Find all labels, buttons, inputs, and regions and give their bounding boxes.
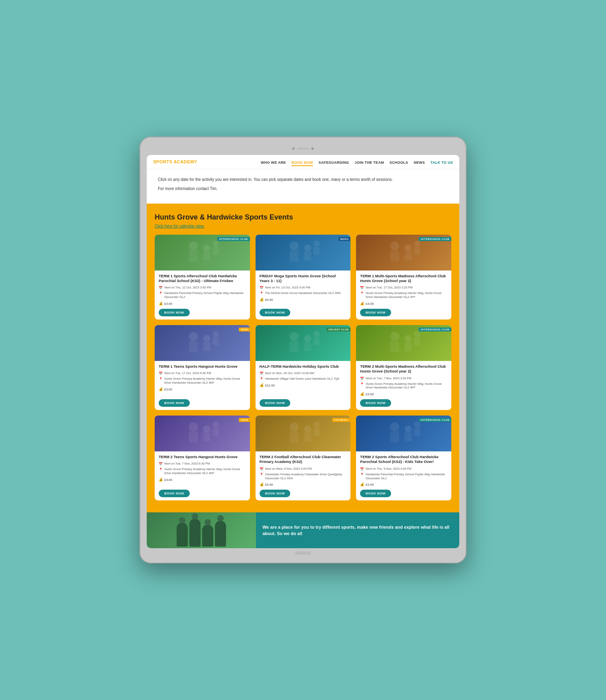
svg-rect-45 bbox=[304, 433, 311, 442]
card-location: 📍 Clearwater Primary Academy Clearwater … bbox=[260, 473, 347, 480]
person-1 bbox=[177, 523, 188, 547]
svg-rect-33 bbox=[405, 342, 412, 351]
book-now-button[interactable]: BOOK NOW bbox=[159, 309, 190, 316]
card-image: AFTERSCHOOL CLUB bbox=[356, 325, 451, 361]
price-icon: 💰 bbox=[360, 302, 364, 306]
card-content: TERM 2 Sports Afterschool Club Hardwicke… bbox=[356, 451, 451, 500]
svg-rect-35 bbox=[414, 337, 421, 345]
svg-point-50 bbox=[405, 425, 412, 433]
card-content: TERM 1 Teens Sports Hangout Hunts Grove … bbox=[155, 361, 250, 410]
svg-point-8 bbox=[304, 244, 311, 251]
events-grid: AFTERSCHOOL CLUB TERM 1 Sports Afterscho… bbox=[155, 235, 451, 501]
person-4 bbox=[215, 521, 226, 547]
nav-item-talk-to-us[interactable]: TALK TO US bbox=[431, 158, 453, 165]
tablet-camera bbox=[292, 147, 295, 150]
contact-line: For more information contact Tim. bbox=[158, 186, 448, 192]
price-icon: 💰 bbox=[360, 482, 364, 486]
event-card: AFTERSCHOOL CLUB TERM 2 Multi-Sports Mad… bbox=[356, 325, 451, 410]
svg-rect-1 bbox=[189, 250, 198, 261]
event-card: AFTERSCHOOL CLUB TERM 1 Sports Afterscho… bbox=[155, 235, 250, 320]
svg-point-40 bbox=[212, 422, 219, 428]
svg-rect-51 bbox=[405, 433, 412, 442]
card-title: TERM 1 Multi-Sports Madness Afterschool … bbox=[360, 274, 447, 284]
book-now-button[interactable]: BOOK NOW bbox=[260, 490, 291, 497]
book-now-button[interactable]: BOOK NOW bbox=[360, 399, 391, 407]
location-icon: 📍 bbox=[360, 473, 364, 476]
calendar-link[interactable]: Click here for calendar view. bbox=[155, 224, 451, 228]
card-location-text: Hardwicke Village Hall Green Lane Hardwi… bbox=[265, 377, 340, 381]
section-title: Hunts Grove & Hardwicke Sports Events bbox=[155, 213, 451, 222]
svg-rect-19 bbox=[189, 341, 198, 352]
card-date: 📅 Next on Tue, 17 Oct, 2023 6:30 PM bbox=[159, 371, 246, 375]
card-date: 📅 Next on Mon, 30 Oct, 2023 10:00 AM bbox=[260, 371, 347, 375]
card-price: 💰£3.00 bbox=[360, 302, 447, 306]
card-image: FOOTBALL bbox=[256, 416, 351, 451]
event-card: AFTERSCHOOL CLUB TERM 1 Multi-Sports Mad… bbox=[356, 235, 451, 320]
card-location-text: Hardwicke Parochial Primary School Popla… bbox=[366, 473, 447, 480]
person-2 bbox=[189, 519, 201, 547]
tablet-home-button[interactable] bbox=[295, 551, 311, 555]
svg-rect-49 bbox=[390, 431, 399, 442]
card-location-text: The MUGA Hunts Grove Hardwicke Glouceste… bbox=[265, 291, 341, 295]
card-badge: TEEN bbox=[239, 418, 250, 422]
event-card: TEEN TERM 2 Teens Sports Hangout Hunts G… bbox=[155, 416, 250, 500]
nav-item-safeguarding[interactable]: SAFEGUARDING bbox=[319, 158, 349, 165]
svg-point-34 bbox=[414, 331, 421, 337]
nav-item-book-now[interactable]: BOOK NOW bbox=[291, 158, 313, 165]
card-location: 📍 Hardwicke Village Hall Green Lane Hard… bbox=[260, 377, 347, 381]
card-location-text: Hunts Grove Primary Academy Harrier Way,… bbox=[164, 467, 246, 475]
card-badge: MUGA bbox=[338, 237, 350, 241]
svg-rect-31 bbox=[390, 341, 399, 352]
tablet-speaker bbox=[297, 148, 309, 149]
svg-point-30 bbox=[390, 332, 399, 341]
card-title: FRIDAY Muga Sports Hunts Grove (School Y… bbox=[260, 274, 347, 284]
nav-item-who-we-are[interactable]: WHO WE ARE bbox=[261, 158, 286, 165]
book-now-button[interactable]: BOOK NOW bbox=[260, 399, 291, 407]
location-icon: 📍 bbox=[159, 377, 163, 381]
card-price: 💰£3.00 bbox=[159, 387, 246, 391]
book-now-button[interactable]: BOOK NOW bbox=[159, 490, 190, 497]
book-now-button[interactable]: BOOK NOW bbox=[260, 309, 291, 316]
nav-item-schools[interactable]: SCHOOLS bbox=[390, 158, 408, 165]
yellow-section: Hunts Grove & Hardwicke Sports Events Cl… bbox=[147, 204, 459, 513]
card-content: TERM 2 Football Afterschool Club Clearwa… bbox=[256, 451, 351, 500]
card-content: TERM 2 Teens Sports Hangout Hunts Grove … bbox=[155, 451, 250, 500]
card-content: FRIDAY Muga Sports Hunts Grove (School Y… bbox=[256, 271, 351, 320]
calendar-icon: 📅 bbox=[360, 467, 364, 471]
book-now-button[interactable]: BOOK NOW bbox=[360, 309, 391, 316]
card-location: 📍 Hardwicke Parochial Primary School Pop… bbox=[159, 291, 246, 299]
card-badge: AFTERSCHOOL CLUB bbox=[217, 237, 250, 241]
svg-point-4 bbox=[212, 240, 219, 247]
nav-link-join-team[interactable]: JOIN THE TEAM bbox=[355, 161, 384, 165]
svg-rect-23 bbox=[212, 337, 219, 345]
card-price: 💰£12.00 bbox=[260, 383, 347, 387]
calendar-icon: 📅 bbox=[159, 372, 163, 375]
card-date-text: Next on Mon, 30 Oct, 2023 10:00 AM bbox=[265, 371, 314, 375]
nav-link-talk-to-us[interactable]: TALK TO US bbox=[431, 161, 453, 165]
price-icon: 💰 bbox=[260, 383, 264, 387]
calendar-icon: 📅 bbox=[159, 462, 163, 466]
footer-text: We are a place for you to try different … bbox=[262, 524, 453, 537]
svg-point-24 bbox=[289, 332, 299, 341]
location-icon: 📍 bbox=[159, 468, 163, 471]
nav-link-schools[interactable]: SCHOOLS bbox=[390, 161, 408, 165]
location-icon: 📍 bbox=[260, 473, 264, 476]
book-now-button[interactable]: BOOK NOW bbox=[159, 399, 190, 407]
svg-point-38 bbox=[203, 425, 211, 433]
calendar-icon: 📅 bbox=[360, 377, 364, 380]
card-price: 💰£3.00 bbox=[260, 482, 347, 486]
nav-item-join-team[interactable]: JOIN THE TEAM bbox=[355, 158, 384, 165]
book-now-button[interactable]: BOOK NOW bbox=[360, 490, 391, 497]
card-title: TERM 1 Sports Afterschool Club Hardwicke… bbox=[159, 274, 246, 284]
svg-point-32 bbox=[405, 335, 412, 342]
nav-link-news[interactable]: NEWS bbox=[414, 161, 425, 165]
nav-link-book-now[interactable]: BOOK NOW bbox=[291, 161, 313, 166]
card-content: HALF-TERM Hardwicke Holiday Sports Club … bbox=[256, 361, 351, 410]
card-image: TEEN bbox=[155, 325, 250, 361]
nav-link-who-we-are[interactable]: WHO WE ARE bbox=[261, 161, 286, 165]
calendar-icon: 📅 bbox=[260, 286, 264, 290]
nav-logo: SPORTS ACADEMY bbox=[153, 159, 197, 164]
card-location: 📍 Hunts Grove Primary Academy Harrier Wa… bbox=[360, 382, 447, 390]
nav-item-news[interactable]: NEWS bbox=[414, 158, 425, 165]
nav-link-safeguarding[interactable]: SAFEGUARDING bbox=[319, 161, 349, 165]
